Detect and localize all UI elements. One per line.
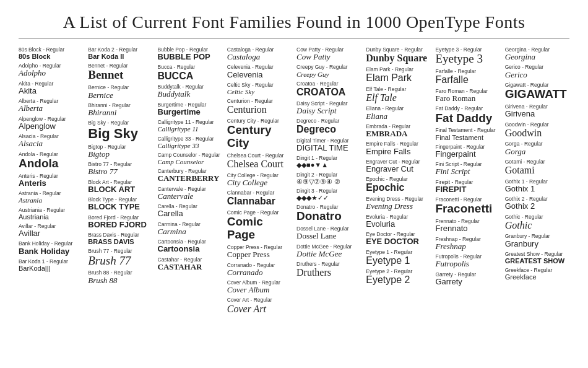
font-display-name: Epochic (366, 182, 430, 193)
font-display-name: Cover Album (227, 286, 292, 294)
font-entry: Granbury - RegularGranbury (505, 233, 569, 248)
font-entry: Donatro - RegularDonatro (296, 204, 361, 223)
font-column-8: Georgina - RegularGeorginaGerico - Regul… (505, 46, 569, 317)
font-entry: Cow Patty - RegularCow Patty (296, 46, 361, 61)
font-entry: Canterbury - RegularCANTERBERRY (158, 168, 222, 183)
font-display-name: Granbury (505, 240, 569, 248)
font-display-name: CROATOA (296, 87, 361, 98)
font-entry: Brush 88 - RegularBrush 88 (88, 269, 152, 284)
font-label: Gothic - Regular (505, 214, 569, 220)
font-display-name: Farfalle (436, 74, 500, 85)
font-entry: Bigtop - RegularBigtop (88, 144, 152, 159)
font-label: Granbury - Regular (505, 233, 569, 239)
font-entry: City College - RegularCity College (227, 172, 292, 187)
font-entry: Bar Koda 2 - RegularBar Koda II (88, 46, 152, 60)
font-grid: 80s Block - Regular80s BlockAdolpho - Re… (19, 46, 569, 317)
font-entry: Andola - RegularAndola (19, 151, 83, 170)
font-entry: Eyetype 1 - RegularEyetype 1 (366, 249, 430, 266)
font-entry: Comic Page - RegularComic Page (227, 209, 292, 242)
font-display-name: Girivena (505, 110, 569, 118)
font-label: Creepy Guy - Regular (296, 64, 361, 70)
font-entry: Copper Press - RegularCopper Press (227, 244, 292, 259)
font-display-name: Bar Koda II (88, 53, 152, 60)
font-entry: Buddytalk - RegularBuddytalk (158, 84, 222, 99)
font-entry: Elam Park - RegularElam Park (366, 66, 430, 84)
font-display-name: Bennet (88, 69, 152, 82)
font-entry: Eye Doctor - RegularEYE DOCTOR (366, 231, 430, 246)
font-entry: Alberta - RegularAlberta (19, 98, 83, 113)
font-entry: Firepit - RegularFIREPIT (436, 179, 500, 194)
font-entry: Dingit 1 - Regular◆◆■●▼▲ (296, 155, 361, 169)
font-entry: Engraver Cut - RegularEngraver Cut (366, 159, 430, 173)
font-entry: Bennet - RegularBennet (88, 63, 152, 82)
font-display-name: Centurion (227, 104, 292, 115)
font-entry: Embrada - RegularEMBRADA (366, 123, 430, 138)
font-display-name: Eyetype 3 (436, 53, 500, 66)
font-entry: Celtic Sky - RegularCeltic Sky (227, 82, 292, 95)
font-display-name: GIGAWATT (505, 88, 569, 101)
font-display-name: Fingerpaint (436, 150, 500, 159)
font-entry: Frennato - RegularFrennato (436, 218, 500, 233)
font-display-name: Greekface (505, 273, 569, 281)
font-entry: Final Testament - RegularFinal Testament (436, 127, 500, 141)
font-display-name: Fraconetti (436, 203, 500, 216)
font-entry: Gerico - RegularGerico (505, 64, 569, 79)
font-label: Bar Koda 2 - Regular (88, 46, 152, 53)
font-entry: Dunby Square - RegularDunby Square (366, 46, 430, 64)
font-entry: Gigawatt - RegularGIGAWATT (505, 82, 569, 101)
font-label: Camp Counselor - Regular (158, 152, 222, 158)
font-display-name: Copper Press (227, 250, 292, 259)
font-display-name: EYE DOCTOR (366, 237, 430, 246)
font-entry: Girivena - RegularGirivena (505, 103, 569, 118)
font-entry: Block Art - RegularBLOCK ART (88, 179, 152, 194)
font-label: Bank Holiday - Regular (19, 240, 83, 247)
font-display-name: Faro Roman (436, 94, 500, 103)
font-display-name: Chelsea Court (227, 159, 292, 170)
font-display-name: Buddytalk (158, 90, 222, 99)
font-display-name: Daisy Script (296, 107, 361, 115)
font-entry: Gotami - RegularGotami (505, 159, 569, 176)
font-display-name: Gerico (505, 71, 569, 79)
font-entry: Eyetype 2 - RegularEyetype 2 (366, 268, 430, 286)
font-column-1: 80s Block - Regular80s BlockAdolpho - Re… (19, 46, 83, 317)
font-entry: Celevenia - RegularCelevenia (227, 64, 292, 79)
font-display-name: 80s Block (19, 53, 83, 60)
font-label: Gorga - Regular (505, 141, 569, 147)
font-entry: Corranado - RegularCorranado (227, 262, 292, 277)
font-display-name: BUCCA (158, 71, 222, 82)
font-label: Dingit 1 - Regular (296, 155, 361, 161)
font-display-name: Clannabar (227, 196, 292, 207)
font-entry: Cantervale - RegularCantervale (158, 186, 222, 201)
font-label: Empire Falls - Regular (366, 141, 430, 147)
font-entry: Empire Falls - RegularEmpire Falls (366, 141, 430, 156)
font-label: Final Testament - Regular (436, 127, 500, 133)
font-display-name: Astrania (19, 196, 83, 204)
font-label: Big Sky - Regular (88, 120, 152, 126)
font-entry: Calligritype 33 - RegularCalligritype 33 (158, 136, 222, 149)
font-entry: Bernice - RegularBernice (88, 84, 152, 99)
font-display-name: Bank Holiday (19, 247, 83, 256)
font-display-name: Calligritype 33 (158, 142, 222, 149)
font-display-name: Garrety (436, 278, 500, 286)
font-entry: Clannabar - RegularClannabar (227, 190, 292, 207)
font-entry: Big Sky - RegularBig Sky (88, 120, 152, 141)
font-label: Dingit 3 - Regular (296, 188, 361, 194)
font-display-name: Big Sky (88, 126, 152, 141)
font-display-name: Calligritype 11 (158, 125, 222, 133)
font-entry: Centurion - RegularCenturion (227, 98, 292, 115)
font-display-name: Evening Dress (366, 202, 430, 211)
font-display-name: Druthers (296, 267, 361, 278)
font-entry: Adolpho - RegularAdolpho (19, 63, 83, 77)
font-entry: Camp Counselor - RegularCamp Counselor (158, 152, 222, 165)
font-label: Eliana - Regular (366, 105, 430, 112)
font-display-name: Fat Daddy (436, 112, 500, 125)
font-entry: Dossel Lane - RegularDossel Lane (296, 226, 361, 240)
font-display-name: City College (227, 178, 292, 187)
font-display-name: Century City (227, 124, 292, 150)
font-entry: Gothic - RegularGothic (505, 214, 569, 231)
font-entry: Freshnap - RegularFreshnap (436, 236, 500, 251)
font-entry: Futropolis - RegularFutropolis (436, 253, 500, 268)
font-display-name: Gothic (505, 220, 569, 231)
font-entry: Astrania - RegularAstrania (19, 190, 83, 204)
font-display-name: FIREPIT (436, 185, 500, 194)
